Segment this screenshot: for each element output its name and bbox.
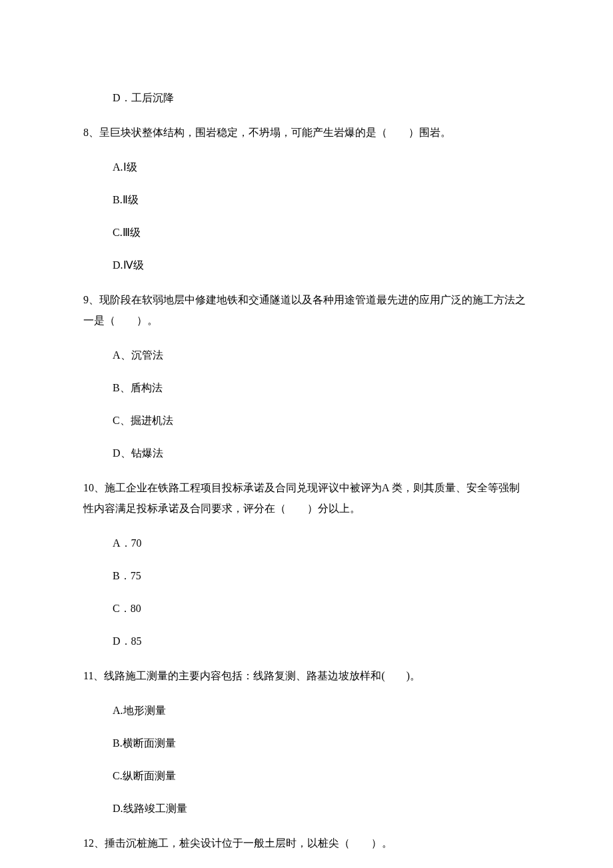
q10-option-d: D．85 bbox=[83, 633, 530, 649]
q11-option-a: A.地形测量 bbox=[83, 703, 530, 719]
q11-option-d: D.线路竣工测量 bbox=[83, 801, 530, 817]
q7-option-d: D．工后沉降 bbox=[83, 90, 530, 106]
q10-option-b: B．75 bbox=[83, 568, 530, 584]
q9-option-a: A、沉管法 bbox=[83, 347, 530, 363]
q8-stem: 8、呈巨块状整体结构，围岩稳定，不坍塌，可能产生岩爆的是（ ）围岩。 bbox=[83, 123, 530, 143]
q8-option-d: D.Ⅳ级 bbox=[83, 257, 530, 273]
q9-option-d: D、钻爆法 bbox=[83, 445, 530, 461]
q10-stem: 10、施工企业在铁路工程项目投标承诺及合同兑现评议中被评为A 类，则其质量、安全… bbox=[83, 478, 530, 519]
q8-option-b: B.Ⅱ级 bbox=[83, 192, 530, 208]
q8-option-c: C.Ⅲ级 bbox=[83, 225, 530, 241]
q9-stem: 9、现阶段在软弱地层中修建地铁和交通隧道以及各种用途管道最先进的应用广泛的施工方… bbox=[83, 290, 530, 331]
page: D．工后沉降 8、呈巨块状整体结构，围岩稳定，不坍塌，可能产生岩爆的是（ ）围岩… bbox=[0, 0, 613, 868]
q8-option-a: A.Ⅰ级 bbox=[83, 159, 530, 175]
q9-option-c: C、掘进机法 bbox=[83, 413, 530, 429]
q11-option-b: B.横断面测量 bbox=[83, 735, 530, 751]
q12-stem: 12、捶击沉桩施工，桩尖设计位于一般土层时，以桩尖（ ）。 bbox=[83, 833, 530, 853]
q10-option-c: C．80 bbox=[83, 601, 530, 617]
q9-option-b: B、盾构法 bbox=[83, 380, 530, 396]
q11-stem: 11、线路施工测量的主要内容包括：线路复测、路基边坡放样和( )。 bbox=[83, 666, 530, 686]
q11-option-c: C.纵断面测量 bbox=[83, 768, 530, 784]
q10-option-a: A．70 bbox=[83, 535, 530, 551]
